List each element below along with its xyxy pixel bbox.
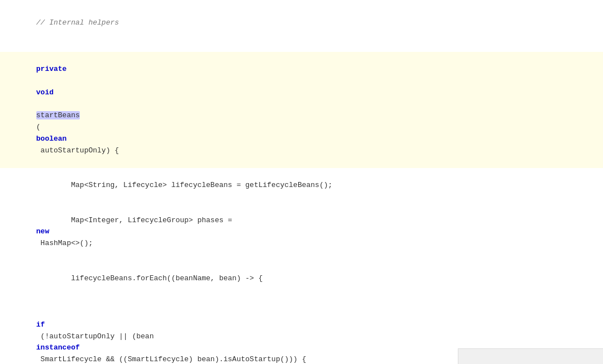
code-line-4: Map<String, Lifecycle> lifecycleBeans = …: [0, 168, 603, 203]
keyword-private: private: [36, 65, 67, 73]
code-line-5: Map<Integer, LifecycleGroup> phases = ne…: [0, 203, 603, 261]
code-line-2: [0, 40, 603, 52]
code-editor: // Internal helpers private void startBe…: [0, 0, 603, 364]
keyword-boolean: boolean: [36, 135, 67, 143]
bottom-bar: [458, 348, 603, 364]
keyword-void: void: [36, 88, 54, 97]
method-startBeans: startBeans: [36, 111, 80, 119]
code-line-6: lifecycleBeans.forEach((beanName, bean) …: [0, 261, 603, 296]
code-line-1: // Internal helpers: [0, 6, 603, 40]
comment-text: // Internal helpers: [36, 18, 119, 27]
code-line-3: private void startBeans ( boolean autoSt…: [0, 52, 603, 168]
